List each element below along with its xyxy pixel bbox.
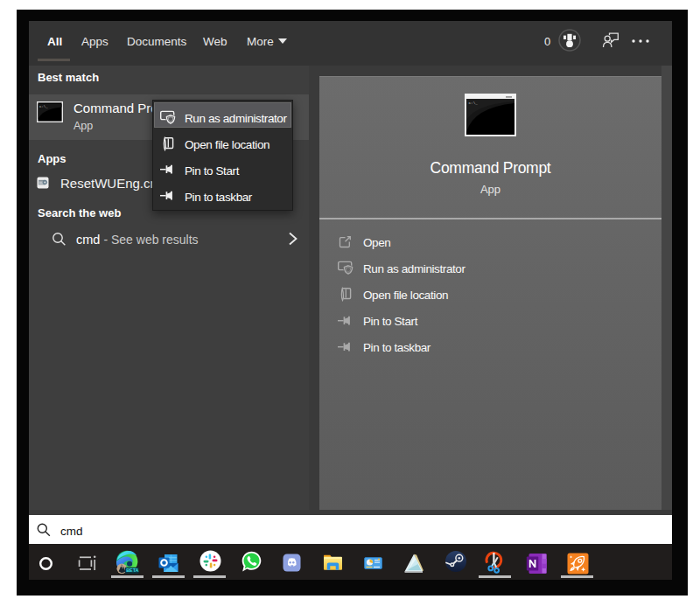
svg-text:BETA: BETA <box>126 568 138 573</box>
svg-text:C:\_: C:\_ <box>469 101 479 105</box>
svg-text:C:\_: C:\_ <box>39 105 48 108</box>
